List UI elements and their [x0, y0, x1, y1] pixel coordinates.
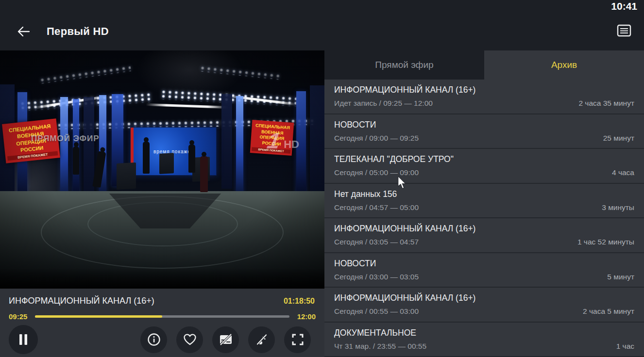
program-title: НОВОСТИ	[334, 120, 634, 130]
person-silhouette	[73, 146, 79, 175]
program-time: Сегодня / 00:55 — 03:00	[334, 307, 419, 316]
program-panel: Прямой эфир Архив ИНФОРМАЦИОННЫЙ КАНАЛ (…	[324, 50, 644, 357]
person-silhouette	[200, 156, 208, 192]
channel-logo-hd: HD	[284, 138, 299, 151]
program-duration: 25 минут	[603, 134, 634, 143]
progress-row: 09:25 12:00	[0, 306, 324, 321]
end-time: 12:00	[297, 312, 316, 321]
main-content: время покажет СПЕЦИАЛЬНАЯ ВОЕННАЯ ОПЕРАЦ…	[0, 50, 644, 357]
video-player[interactable]: время покажет СПЕЦИАЛЬНАЯ ВОЕННАЯ ОПЕРАЦ…	[0, 50, 324, 289]
info-icon	[147, 333, 161, 346]
back-button[interactable]	[14, 22, 33, 41]
now-playing-row: ИНФОРМАЦИОННЫЙ КАНАЛ (16+) 01:18:50	[0, 289, 324, 306]
archive-list-item[interactable]: ИНФОРМАЦИОННЫЙ КАНАЛ (16+) Идет запись /…	[324, 80, 644, 114]
podium	[117, 162, 136, 190]
ceiling-lights	[39, 65, 131, 84]
screen-pillar	[221, 94, 232, 189]
player-section: время покажет СПЕЦИАЛЬНАЯ ВОЕННАЯ ОПЕРАЦ…	[0, 50, 324, 357]
archive-list-item[interactable]: ИНФОРМАЦИОННЫЙ КАНАЛ (16+) Сегодня / 03:…	[324, 218, 644, 253]
program-time: Идет запись / 09:25 — 12:00	[334, 99, 433, 108]
tab-live[interactable]: Прямой эфир	[324, 50, 484, 80]
page-title: Первый HD	[47, 25, 109, 38]
screen-pillar	[236, 96, 243, 193]
progress-fill	[35, 315, 162, 318]
scissors-off-icon	[255, 333, 269, 346]
screen-pillar	[84, 97, 94, 194]
program-duration: 1 час 52 минуты	[577, 238, 634, 246]
elapsed-time: 01:18:50	[284, 297, 315, 306]
screen-pillar	[310, 85, 324, 199]
pause-icon	[18, 334, 28, 345]
favorite-button[interactable]	[176, 326, 203, 353]
program-title: ТЕЛЕКАНАЛ "ДОБРОЕ УТРО"	[334, 154, 634, 164]
archive-list-item[interactable]: ИНФОРМАЦИОННЫЙ КАНАЛ (16+) Сегодня / 00:…	[324, 288, 644, 323]
archive-list-item[interactable]: Нет данных 156 Сегодня / 04:57 — 05:003 …	[324, 184, 644, 219]
person-silhouette	[143, 142, 150, 174]
program-duration: 2 часа 5 минут	[583, 307, 634, 316]
start-time: 09:25	[9, 312, 27, 321]
subtitles-button[interactable]	[212, 326, 239, 353]
playlist-menu-icon	[617, 24, 631, 37]
program-duration: 3 минуты	[602, 203, 634, 212]
playback-controls	[9, 325, 311, 355]
fullscreen-button[interactable]	[284, 326, 311, 353]
tab-archive[interactable]: Архив	[484, 50, 644, 80]
pause-button[interactable]	[9, 325, 38, 354]
playlist-button[interactable]	[614, 20, 634, 41]
fullscreen-icon	[291, 333, 304, 346]
archive-list-item[interactable]: НОВОСТИ Сегодня / 09:00 — 09:2525 минут	[324, 114, 644, 149]
light-streak	[146, 103, 228, 109]
info-button[interactable]	[140, 326, 167, 353]
live-watermark: ПРЯМОЙ ЭФИР	[31, 134, 100, 144]
channel-logo-number: 1	[266, 131, 282, 151]
tab-bar: Прямой эфир Архив	[324, 50, 644, 80]
program-title: ДОКУМЕНТАЛЬНОЕ	[334, 328, 634, 338]
back-arrow-icon	[17, 26, 30, 37]
player-control-bar: ИНФОРМАЦИОННЫЙ КАНАЛ (16+) 01:18:50 09:2…	[0, 289, 324, 357]
subtitles-off-icon	[219, 333, 233, 346]
program-duration: 5 минут	[607, 273, 634, 281]
program-time: Сегодня / 03:05 — 04:57	[334, 238, 419, 246]
archive-list-item[interactable]: НОВОСТИ Сегодня / 03:00 — 03:055 минут	[324, 253, 644, 288]
program-time: Сегодня / 03:00 — 03:05	[334, 273, 419, 281]
toolbar: Первый HD	[0, 20, 644, 43]
archive-list-item[interactable]: ТЕЛЕКАНАЛ "ДОБРОЕ УТРО" Сегодня / 05:00 …	[324, 149, 644, 184]
program-title: ИНФОРМАЦИОННЫЙ КАНАЛ (16+)	[334, 224, 634, 234]
person-silhouette	[188, 145, 195, 173]
program-time: Сегодня / 04:57 — 05:00	[334, 203, 419, 212]
cut-button[interactable]	[248, 326, 275, 353]
program-duration: 1 час	[616, 342, 634, 351]
status-clock: 10:41	[611, 0, 637, 12]
archive-list: ИНФОРМАЦИОННЫЙ КАНАЛ (16+) Идет запись /…	[324, 80, 644, 357]
program-duration: 2 часа 35 минут	[578, 99, 634, 108]
archive-list-item[interactable]: ДОКУМЕНТАЛЬНОЕ Чт 31 мар. / 23:55 — 00:5…	[324, 323, 644, 357]
now-playing-title: ИНФОРМАЦИОННЫЙ КАНАЛ (16+)	[9, 296, 154, 306]
program-title: НОВОСТИ	[334, 259, 634, 269]
channel-one-logo: 1 HD	[268, 131, 299, 151]
program-duration: 4 часа	[612, 168, 634, 177]
video-bottom-shade	[0, 268, 324, 289]
screen-pillar	[60, 97, 68, 196]
program-time: Сегодня / 05:00 — 09:00	[334, 168, 419, 177]
program-time: Сегодня / 09:00 — 09:25	[334, 134, 419, 143]
top-bar: 10:41 Первый HD	[0, 0, 644, 50]
seek-bar[interactable]	[35, 315, 289, 318]
program-time: Чт 31 мар. / 23:55 — 00:55	[334, 342, 426, 351]
program-title: ИНФОРМАЦИОННЫЙ КАНАЛ (16+)	[334, 85, 634, 95]
tv-player-app: 10:41 Первый HD	[0, 0, 644, 357]
program-title: Нет данных 156	[334, 189, 634, 199]
heart-icon	[183, 333, 197, 346]
podium	[159, 153, 174, 174]
program-title: ИНФОРМАЦИОННЫЙ КАНАЛ (16+)	[334, 293, 634, 303]
